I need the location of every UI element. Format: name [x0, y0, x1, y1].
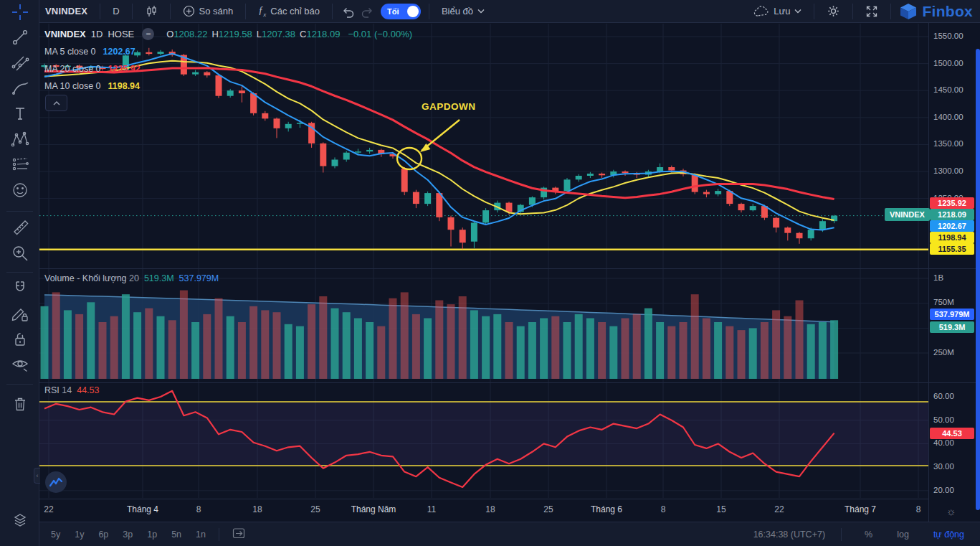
time-tick-label: Tháng 4 — [110, 504, 175, 514]
interval-button[interactable]: D — [105, 6, 126, 17]
volume-bar — [703, 319, 710, 380]
dark-theme-toggle[interactable]: Tối — [381, 4, 421, 19]
chart-style-button[interactable] — [138, 5, 165, 18]
legend-interval[interactable]: 1D — [91, 29, 103, 39]
chart-legend: VNINDEX 1D HOSE − O1208.22H1219.58L1207.… — [44, 28, 412, 40]
sidebar-collapse-tab[interactable]: ‹ — [34, 468, 40, 484]
axis-tick-label: 1300.00 — [933, 166, 964, 175]
volume-bar — [505, 322, 513, 379]
volume-bar — [830, 320, 838, 379]
cloud-save-icon — [753, 6, 769, 17]
object-tree-tool[interactable] — [9, 510, 31, 532]
volume-bar — [633, 314, 641, 379]
volume-bar — [285, 324, 292, 379]
ohlc-value: 1207.38 — [262, 29, 295, 39]
time-tick-label: 11 — [399, 504, 464, 514]
fullscreen-button[interactable] — [858, 5, 885, 18]
main-chart[interactable]: GAPDOWN — [39, 23, 928, 499]
range-button-1p[interactable]: 1p — [141, 527, 163, 542]
brush-tool[interactable] — [9, 77, 31, 99]
trend-line-tool[interactable] — [9, 27, 31, 48]
ma-legend-row[interactable]: MA 5 close 0 1202.67 — [44, 47, 135, 57]
goto-date-button[interactable] — [227, 524, 251, 544]
ruler-tool[interactable] — [9, 217, 31, 238]
remove-drawings-tool[interactable] — [9, 393, 31, 415]
chart-menu-button[interactable]: Biểu đồ — [434, 6, 492, 17]
settings-button[interactable] — [819, 4, 847, 18]
volume-bar — [273, 312, 281, 379]
symbol-search-button[interactable]: VNINDEX — [39, 6, 95, 17]
toolbar-divider — [890, 4, 891, 19]
undo-button[interactable] — [338, 5, 358, 18]
range-button-5n[interactable]: 5n — [166, 527, 187, 542]
volume-bar — [401, 292, 409, 379]
candle — [773, 218, 779, 228]
toolbar-divider — [429, 4, 429, 19]
crosshair-tool[interactable] — [9, 1, 31, 23]
volume-bar — [761, 322, 769, 379]
volume-bar — [447, 304, 455, 379]
gapdown-text[interactable]: GAPDOWN — [422, 101, 476, 112]
zoom-in-tool-icon — [10, 243, 30, 263]
range-button-5y[interactable]: 5y — [45, 527, 66, 542]
indicators-button[interactable]: ƒx Các chỉ báo — [251, 5, 327, 18]
log-scale-button[interactable]: log — [891, 527, 915, 542]
lock-all-tool[interactable] — [9, 329, 31, 350]
ohlc-key: O — [166, 29, 173, 39]
candle — [471, 222, 477, 241]
volume-bar — [482, 316, 490, 379]
candle — [819, 221, 826, 230]
candle — [285, 124, 292, 128]
finbox-watermark-icon[interactable] — [45, 471, 67, 493]
volume-bar — [191, 322, 199, 379]
volume-bar — [691, 294, 699, 379]
xabcd-pattern-tool[interactable] — [9, 128, 31, 150]
volume-bar — [157, 316, 165, 379]
forecast-tool[interactable] — [9, 154, 31, 175]
drawing-lock-tool[interactable] — [9, 303, 31, 324]
text-tool[interactable] — [9, 103, 31, 124]
time-tick-label: 15 — [689, 504, 753, 514]
range-button-1y[interactable]: 1y — [69, 527, 90, 542]
legend-collapse-button[interactable] — [45, 95, 67, 111]
axis-settings-sun-icon[interactable]: ☼ — [946, 505, 956, 517]
candle — [262, 113, 268, 119]
vertical-scrollbar[interactable] — [976, 49, 980, 510]
rsi-label: RSI — [44, 385, 60, 395]
save-button[interactable]: Lưu — [746, 6, 809, 17]
pane-separator-volume[interactable] — [39, 268, 980, 269]
indicators-label: Các chỉ báo — [270, 6, 320, 17]
bottom-toolbar: 5y1y6p3p1p5n1n 16:34:38 (UTC+7) % log tự… — [39, 522, 980, 546]
axis-tick-label: 750M — [933, 298, 954, 306]
redo-button[interactable] — [358, 5, 378, 18]
time-axis[interactable]: 22Tháng 481825Tháng Năm111825Tháng 68152… — [39, 499, 928, 522]
time-tick-label: 25 — [283, 504, 348, 514]
ma-legend-row[interactable]: MA 10 close 0 1198.94 — [44, 81, 140, 91]
volume-bar — [319, 296, 327, 379]
axis-tick-label: 1B — [933, 273, 943, 282]
time-tick-label: 18 — [458, 504, 523, 514]
auto-scale-button[interactable]: tự động — [928, 527, 970, 542]
compare-button[interactable]: So sánh — [176, 5, 241, 17]
emoji-tool[interactable] — [9, 179, 31, 201]
hide-drawings-tool[interactable] — [9, 354, 31, 375]
percent-scale-button[interactable]: % — [859, 527, 878, 542]
legend-symbol[interactable]: VNINDEX — [44, 29, 86, 39]
magnet-tool[interactable] — [9, 278, 31, 299]
volume-bar — [586, 319, 594, 380]
chevron-up-icon — [53, 101, 60, 105]
volume-bar — [412, 314, 420, 379]
price-axis[interactable]: 1550.001500.001450.001400.001350.001300.… — [929, 23, 980, 522]
range-button-6p[interactable]: 6p — [92, 527, 114, 542]
candle — [587, 174, 594, 176]
candle — [424, 193, 431, 204]
hide-series-button[interactable]: − — [142, 28, 154, 40]
range-button-1n[interactable]: 1n — [190, 527, 211, 542]
pane-separator-rsi[interactable] — [39, 382, 980, 383]
range-button-3p[interactable]: 3p — [117, 527, 138, 542]
gann-fib-tool[interactable] — [9, 52, 31, 74]
ohlc-value: 1219.58 — [219, 29, 252, 39]
zoom-in-tool[interactable] — [9, 243, 31, 264]
ma-legend-row[interactable]: MA 20 close 0 1235.92 — [44, 64, 141, 74]
legend-change: −0.01 (−0.00%) — [348, 29, 412, 39]
